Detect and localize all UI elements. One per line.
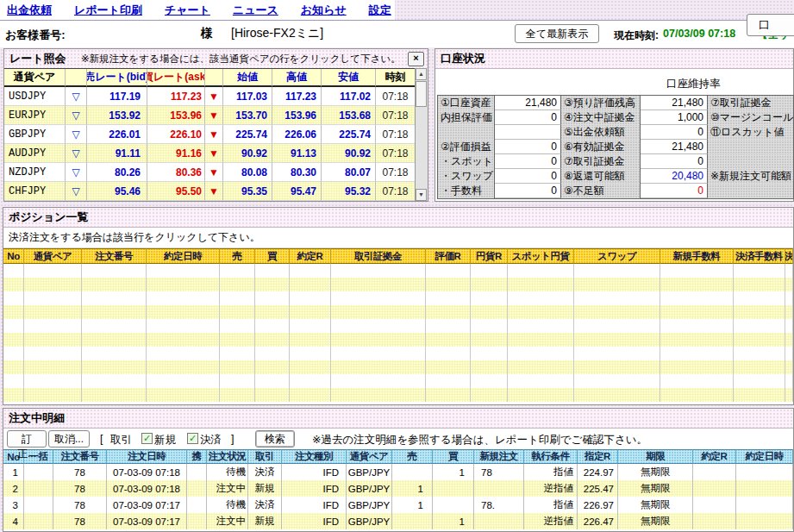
order-mobile-cell xyxy=(187,497,207,513)
positions-empty-cell xyxy=(785,374,793,388)
order-order-no-cell: 78 xyxy=(53,480,107,497)
rate-row-chfjpy[interactable]: CHFJPY▽95.4695.50▼95.3595.4795.3207:18 xyxy=(4,182,416,201)
menu-item-news[interactable]: ニュース xyxy=(233,3,278,18)
high-price: 91.13 xyxy=(272,144,322,163)
account-value: 0 xyxy=(495,110,561,125)
positions-empty-cell xyxy=(426,291,471,305)
rate-table-scrollbar[interactable]: ▲ ▼ xyxy=(415,68,428,201)
scroll-down-icon[interactable]: ▼ xyxy=(416,189,427,201)
positions-empty-cell xyxy=(82,388,147,402)
positions-empty-cell xyxy=(24,264,82,278)
order-rate-cell: 225.47 xyxy=(578,480,618,497)
rate-row-audjpy[interactable]: AUDJPY▽91.1191.16▼90.9291.1390.9207:18 xyxy=(4,144,416,163)
menu-bar: 出金依頼レポート印刷チャートニュースお知らせ設定 xyxy=(0,0,407,20)
rate-row-nzdjpy[interactable]: NZDJPY▽80.2680.36▼80.0880.3080.0707:18 xyxy=(4,163,416,182)
order-row-3[interactable]: 37807-03-09 07:17待機決済IFDGBP/JPY178.指値226… xyxy=(3,497,793,513)
scrollbar-thumb[interactable] xyxy=(416,81,427,107)
account-label: ⑧返還可能額 xyxy=(561,169,641,184)
positions-empty-cell xyxy=(220,388,255,402)
positions-empty-cell xyxy=(426,305,471,319)
positions-empty-cell xyxy=(82,333,147,347)
account-value: 0 xyxy=(495,184,561,198)
positions-empty-cell xyxy=(574,278,660,291)
order-fill-rate-cell xyxy=(693,513,736,529)
account-value: 21,480 xyxy=(641,96,708,110)
positions-empty-cell xyxy=(734,278,785,291)
check-icon: ✓ xyxy=(143,433,151,443)
high-price: 117.23 xyxy=(272,87,322,106)
rate-panel-title: レート照会 xyxy=(9,52,66,65)
order-row-1[interactable]: 17807-03-09 07:18待機決済IFDGBP/JPY178指値224.… xyxy=(3,464,793,480)
order-order-no-cell: 78 xyxy=(53,497,107,513)
menu-item-chart[interactable]: チャート xyxy=(165,3,210,18)
positions-empty-cell xyxy=(508,388,574,402)
order-buy-cell: 1 xyxy=(433,513,474,529)
low-price: 95.32 xyxy=(322,182,376,201)
order-row-4[interactable]: 47807-03-09 07:17注文中新規IFDGBP/JPY1逆指値226.… xyxy=(3,513,793,529)
order-row-2[interactable]: 27807-03-09 07:18注文中新規IFDGBP/JPY1逆指値225.… xyxy=(3,480,793,497)
order-no-cell: 1 xyxy=(3,464,24,480)
edit-order-button[interactable]: 訂正... xyxy=(7,430,47,448)
high-price: 153.96 xyxy=(272,106,322,125)
account-status-panel: 口座状況 口座維持率 ①口座資産21,480③預り評価残高21,480⑦取引証拠… xyxy=(435,48,794,202)
down-arrow-icon: ▼ xyxy=(205,163,223,182)
orders-header-cell: 携 xyxy=(187,449,207,464)
close-order-checkbox-label[interactable]: 決済 xyxy=(200,433,222,448)
positions-empty-cell xyxy=(147,291,220,305)
rate-row-usdjpy[interactable]: USDJPY▽117.19117.23▼117.03117.23117.0207… xyxy=(4,87,416,106)
positions-header-cell: 約定R xyxy=(290,248,331,264)
new-order-checkbox-label[interactable]: 新規 xyxy=(154,433,176,448)
positions-empty-cell xyxy=(82,347,147,360)
menu-item-withdrawal[interactable]: 出金依頼 xyxy=(7,3,52,18)
order-batch-cell xyxy=(24,480,53,497)
close-icon[interactable]: × xyxy=(408,52,424,66)
rate-row-eurjpy[interactable]: EURJPY▽153.92153.96▼153.70153.96153.6807… xyxy=(4,106,416,125)
ask-price: 117.23 xyxy=(147,87,205,106)
menu-item-notice[interactable]: お知らせ xyxy=(301,3,347,18)
order-trade-cell: 新規 xyxy=(248,480,282,497)
order-datetime-cell: 07-03-09 07:17 xyxy=(107,497,187,513)
currency-pair-cell: NZDJPY xyxy=(4,163,66,182)
account-value: 0 xyxy=(641,154,708,169)
refresh-all-button[interactable]: 全て最新表示 xyxy=(515,24,599,43)
positions-empty-cell xyxy=(574,291,660,305)
positions-empty-row xyxy=(3,264,793,278)
positions-panel: ポジション一覧 決済注文をする場合は該当行をクリックして下さい。 No通貨ペア注… xyxy=(3,207,794,405)
account-panel-titlebar: 口座状況 xyxy=(435,49,793,69)
account-side-label xyxy=(708,140,794,154)
account-label: ・スポット xyxy=(438,154,495,169)
positions-empty-cell xyxy=(255,360,290,374)
positions-empty-cell xyxy=(220,291,255,305)
search-button[interactable]: 検索 xyxy=(255,430,295,448)
positions-empty-cell xyxy=(24,333,82,347)
order-pair-cell: GBP/JPY xyxy=(347,497,392,513)
customer-honorific: 様 xyxy=(201,26,213,41)
order-fill-datetime-cell xyxy=(736,497,793,513)
positions-empty-cell xyxy=(82,305,147,319)
positions-empty-cell xyxy=(785,291,793,305)
bid-price: 117.19 xyxy=(87,87,147,106)
orders-header-cell: 指定R xyxy=(578,449,618,464)
positions-empty-cell xyxy=(660,347,734,360)
order-batch-cell xyxy=(24,497,53,513)
order-trade-cell: 新規 xyxy=(248,513,282,529)
order-pair-cell: GBP/JPY xyxy=(347,513,392,529)
menu-item-report-print[interactable]: レポート印刷 xyxy=(74,3,142,18)
account-status-corner-button[interactable]: 口 xyxy=(747,14,794,36)
positions-empty-cell xyxy=(660,305,734,319)
maintenance-ratio-label: 口座維持率 xyxy=(666,77,721,91)
positions-empty-cell xyxy=(290,305,331,319)
order-exec-condition-cell: 逆指値 xyxy=(524,480,578,497)
orders-header-cell: 通貨ペア xyxy=(347,449,392,464)
ask-price: 80.36 xyxy=(147,163,205,182)
positions-empty-cell xyxy=(3,305,24,319)
new-order-checkbox[interactable]: ✓ xyxy=(141,433,153,444)
close-order-checkbox[interactable]: ✓ xyxy=(187,433,198,444)
positions-empty-cell xyxy=(785,264,793,278)
positions-empty-cell xyxy=(220,278,255,291)
rate-row-gbpjpy[interactable]: GBPJPY▽226.01226.10▼225.74226.06225.7407… xyxy=(4,125,416,144)
scroll-up-icon[interactable]: ▲ xyxy=(416,68,427,80)
cancel-order-button[interactable]: 取消... xyxy=(48,430,90,448)
orders-header-cell: 約定日時 xyxy=(736,449,793,464)
menu-item-settings[interactable]: 設定 xyxy=(369,3,391,18)
